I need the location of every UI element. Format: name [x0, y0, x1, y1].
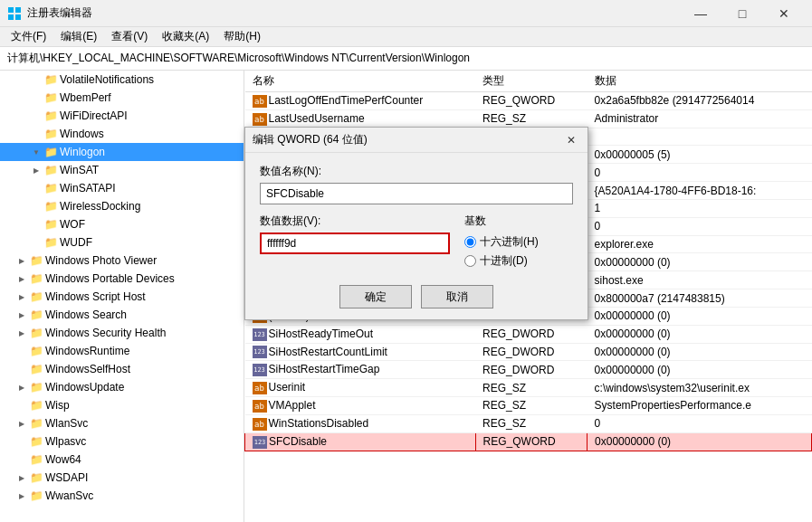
name-input[interactable] [260, 183, 573, 204]
ok-button[interactable]: 确定 [339, 285, 412, 308]
cell-type-13: REG_DWORD [475, 325, 587, 343]
tree-item-0[interactable]: 📁VolatileNotifications [0, 71, 244, 89]
expand-btn-23[interactable]: ▶ [14, 489, 29, 503]
tree-item-11[interactable]: ▶📁Windows Portable Devices [0, 270, 244, 288]
table-row-0[interactable]: abLastLogOffEndTimePerfCounterREG_QWORD0… [245, 92, 812, 110]
menu-item-h[interactable]: 帮助(H) [216, 27, 268, 46]
window-controls: — □ ✕ [680, 0, 805, 27]
expand-btn-14[interactable]: ▶ [14, 326, 29, 340]
cell-data-14: 0x00000000 (0) [588, 343, 812, 361]
tree-label-11: Windows Portable Devices [45, 272, 175, 285]
tree-item-23[interactable]: ▶📁WwanSvc [0, 487, 244, 505]
tree-item-4[interactable]: ▼📁Winlogon [0, 143, 244, 161]
tree-item-9[interactable]: 📁WUDF [0, 233, 244, 252]
tree-label-5: WinSAT [60, 164, 99, 176]
expand-btn-13[interactable]: ▶ [14, 308, 29, 322]
name-label: 数值名称(N): [260, 164, 573, 179]
table-row-18[interactable]: abWinStationsDisabledREG_SZ0 [245, 414, 812, 432]
tree-item-7[interactable]: 📁WirelessDocking [0, 197, 244, 215]
folder-icon-12: 📁 [29, 289, 43, 304]
tree-label-21: Wow64 [45, 453, 81, 466]
reg-icon-18: ab [253, 418, 267, 431]
data-input-box: 数值数据(V): [260, 214, 450, 254]
menu-item-v[interactable]: 查看(V) [104, 27, 155, 46]
folder-icon-16: 📁 [29, 362, 43, 376]
reg-icon-1: ab [253, 113, 267, 126]
tree-item-15[interactable]: 📁WindowsRuntime [0, 342, 244, 360]
tree-item-16[interactable]: 📁WindowsSelfHost [0, 360, 244, 378]
cell-data-19: 0x00000000 (0) [588, 432, 812, 451]
dec-radio[interactable] [464, 255, 476, 267]
cell-data-0: 0x2a6a5fbb82e (2914772564014 [588, 92, 812, 110]
expand-btn-12[interactable]: ▶ [14, 289, 29, 304]
expand-btn-19[interactable]: ▶ [14, 416, 29, 431]
close-button[interactable]: ✕ [763, 0, 805, 27]
tree-item-20[interactable]: 📁Wlpasvc [0, 432, 244, 451]
app-title: 注册表编辑器 [27, 5, 92, 21]
tree-item-21[interactable]: 📁Wow64 [0, 451, 244, 469]
expand-btn-11[interactable]: ▶ [14, 271, 29, 286]
expand-btn-17[interactable]: ▶ [14, 380, 29, 394]
tree-item-13[interactable]: ▶📁Windows Search [0, 306, 244, 324]
cell-name-14: 123SiHostRestartCountLimit [245, 343, 476, 361]
tree-item-5[interactable]: ▶📁WinSAT [0, 161, 244, 179]
cell-name-1: abLastUsedUsername [245, 109, 476, 128]
cell-data-2 [588, 128, 812, 146]
data-value-input[interactable] [260, 233, 450, 254]
tree-item-1[interactable]: 📁WbemPerf [0, 89, 244, 107]
tree-label-4: Winlogon [60, 146, 105, 158]
expand-btn-5[interactable]: ▶ [29, 163, 43, 177]
expand-btn-10[interactable]: ▶ [14, 253, 29, 268]
tree-item-3[interactable]: 📁Windows [0, 125, 244, 143]
table-row-14[interactable]: 123SiHostRestartCountLimitREG_DWORD0x000… [245, 343, 812, 361]
table-row-15[interactable]: 123SiHostRestartTimeGapREG_DWORD0x000000… [245, 361, 812, 379]
svg-rect-2 [8, 14, 14, 20]
tree-item-22[interactable]: ▶📁WSDAPI [0, 469, 244, 487]
tree-item-8[interactable]: 📁WOF [0, 215, 244, 233]
folder-icon-7: 📁 [43, 199, 58, 214]
menu-item-a[interactable]: 收藏夹(A) [155, 27, 216, 46]
tree-item-19[interactable]: ▶📁WlanSvc [0, 414, 244, 432]
cell-data-18: 0 [588, 414, 812, 432]
table-row-16[interactable]: abUserinitREG_SZc:\windows\system32\user… [245, 379, 812, 397]
table-row-19[interactable]: 123SFCDisableREG_QWORD0x00000000 (0) [245, 432, 812, 451]
radix-box: 基数 十六进制(H) 十进制(D) [464, 214, 573, 272]
folder-icon-17: 📁 [29, 380, 43, 394]
tree-item-6[interactable]: 📁WinSATAPI [0, 179, 244, 197]
tree-item-12[interactable]: ▶📁Windows Script Host [0, 288, 244, 306]
reg-icon-17: ab [253, 400, 267, 413]
dec-radio-option: 十进制(D) [464, 253, 573, 269]
minimize-button[interactable]: — [680, 0, 721, 27]
menu-item-f[interactable]: 文件(F) [4, 27, 53, 46]
hex-radio[interactable] [464, 236, 476, 248]
col-data-header: 数据 [588, 71, 812, 92]
dialog-body: 数值名称(N): 数值数据(V): 基数 十六进制(H) 十进制(D) [245, 153, 588, 319]
folder-icon-14: 📁 [29, 326, 43, 340]
cancel-button[interactable]: 取消 [421, 285, 493, 308]
expand-btn-4[interactable]: ▼ [29, 145, 43, 159]
tree-item-18[interactable]: 📁Wisp [0, 396, 244, 414]
tree-label-20: Wlpasvc [45, 435, 86, 448]
maximize-button[interactable]: □ [721, 0, 763, 27]
tree-item-2[interactable]: 📁WiFiDirectAPI [0, 107, 244, 125]
cell-data-15: 0x00000000 (0) [588, 361, 812, 379]
tree-item-17[interactable]: ▶📁WindowsUpdate [0, 378, 244, 396]
menu-item-e[interactable]: 编辑(E) [53, 27, 104, 46]
svg-rect-1 [15, 7, 21, 13]
cell-name-16: abUserinit [245, 379, 476, 397]
dialog-buttons: 确定 取消 [260, 285, 573, 308]
table-row-1[interactable]: abLastUsedUsernameREG_SZAdministrator [245, 109, 812, 128]
expand-btn-22[interactable]: ▶ [14, 470, 29, 485]
folder-icon-3: 📁 [43, 127, 58, 141]
table-row-17[interactable]: abVMAppletREG_SZSystemPropertiesPerforma… [245, 397, 812, 415]
folder-icon-19: 📁 [29, 416, 43, 431]
tree-label-9: WUDF [60, 236, 92, 249]
tree-item-14[interactable]: ▶📁Windows Security Health [0, 324, 244, 342]
edit-qword-dialog[interactable]: 编辑 QWORD (64 位值) ✕ 数值名称(N): 数值数据(V): 基数 … [244, 127, 588, 320]
cell-data-7: 0 [588, 217, 812, 235]
cell-type-17: REG_SZ [475, 397, 587, 415]
tree-item-10[interactable]: ▶📁Windows Photo Viewer [0, 252, 244, 270]
table-row-13[interactable]: 123SiHostReadyTimeOutREG_DWORD0x00000000… [245, 325, 812, 343]
dialog-title: 编辑 QWORD (64 位值) [253, 132, 368, 147]
dialog-close-button[interactable]: ✕ [562, 131, 580, 149]
